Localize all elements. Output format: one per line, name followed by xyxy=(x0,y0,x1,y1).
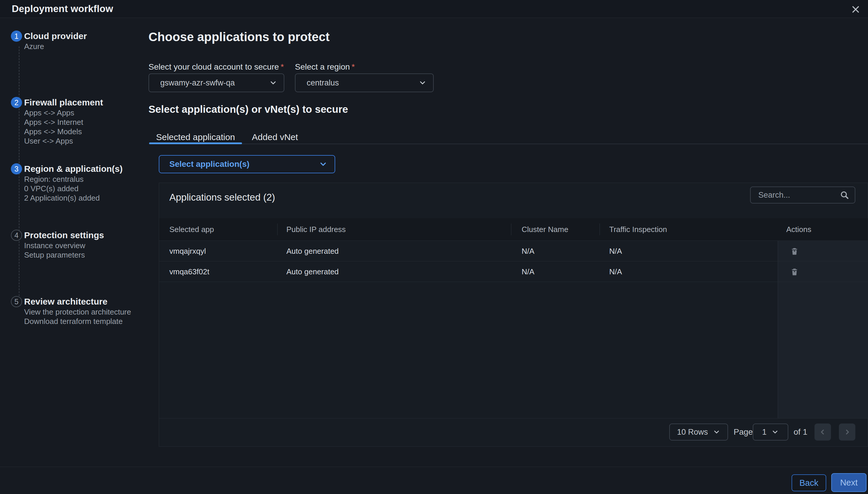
applications-card: Applications selected (2) Selected appPu… xyxy=(159,183,868,447)
cell-cluster-name: N/A xyxy=(522,261,534,282)
step-subtitle: User <-> Apps xyxy=(24,136,148,146)
trash-icon xyxy=(790,247,799,256)
active-tab-indicator xyxy=(149,142,242,144)
dialog-title: Deployment workflow xyxy=(12,3,113,14)
select-applications-dropdown[interactable]: Select application(s) xyxy=(159,155,335,173)
column-header-selected-app: Selected app xyxy=(169,218,214,241)
search-input[interactable] xyxy=(758,190,839,200)
step-title: Firewall placement xyxy=(24,97,148,108)
trash-icon xyxy=(790,267,799,277)
cell-traffic-inspection: N/A xyxy=(609,241,622,261)
workflow-step-5[interactable]: 5Review architectureView the protection … xyxy=(0,296,148,326)
cell-public-ip: Auto generated xyxy=(286,261,339,282)
step-subtitle: Instance overview xyxy=(24,241,148,250)
page-title: Choose applications to protect xyxy=(148,30,330,44)
step-subtitle: Apps <-> Internet xyxy=(24,117,148,127)
step-subtitle: View the protection architecture xyxy=(24,307,148,317)
chevron-down-icon xyxy=(269,79,277,87)
pagination-bar: 10 Rows Page 1 of 1 xyxy=(159,419,868,447)
step-number-badge: 5 xyxy=(11,296,22,307)
step-number-badge: 3 xyxy=(11,163,22,174)
next-button[interactable]: Next xyxy=(831,473,867,492)
step-number-badge: 1 xyxy=(11,31,22,42)
page-number-value: 1 xyxy=(762,428,766,437)
step-subtitle: Region: centralus xyxy=(24,174,148,184)
close-button[interactable] xyxy=(849,3,862,16)
cloud-account-select[interactable]: gswamy-azr-swfw-qa xyxy=(148,73,284,92)
column-header-actions: Actions xyxy=(786,218,811,241)
rows-per-page-value: 10 Rows xyxy=(677,428,708,437)
footer-divider xyxy=(0,467,868,467)
chevron-down-icon xyxy=(418,79,427,87)
tabs-baseline xyxy=(149,144,868,144)
cell-cluster-name: N/A xyxy=(522,241,534,261)
step-number-badge: 2 xyxy=(11,97,22,108)
column-divider xyxy=(599,224,600,235)
previous-page-button[interactable] xyxy=(814,423,831,440)
section-title: Select application(s) or vNet(s) to secu… xyxy=(148,103,348,115)
step-title: Review architecture xyxy=(24,296,148,307)
tab-added-vnet[interactable]: Added vNet xyxy=(251,131,299,144)
chevron-right-icon xyxy=(843,428,851,436)
column-divider xyxy=(511,224,511,235)
step-subtitle: Azure xyxy=(24,42,148,51)
step-subtitle: 0 VPC(s) added xyxy=(24,184,148,193)
delete-row-button[interactable] xyxy=(788,245,801,258)
column-header-cluster-name: Cluster Name xyxy=(522,218,568,241)
workflow-step-4[interactable]: 4Protection settingsInstance overviewSet… xyxy=(0,230,148,260)
page-total-label: of 1 xyxy=(794,423,808,440)
step-subtitle: Download terraform template xyxy=(24,317,148,326)
delete-row-button[interactable] xyxy=(788,266,801,278)
close-icon xyxy=(851,5,860,14)
step-subtitle: 2 Application(s) added xyxy=(24,193,148,203)
step-title: Cloud provider xyxy=(24,31,148,42)
dialog-header: Deployment workflow xyxy=(0,0,868,18)
workflow-step-2[interactable]: 2Firewall placementApps <-> AppsApps <->… xyxy=(0,97,148,146)
step-subtitle: Setup parameters xyxy=(24,250,148,260)
step-subtitle: Apps <-> Models xyxy=(24,127,148,136)
workflow-step-1[interactable]: 1Cloud providerAzure xyxy=(0,31,148,51)
region-select[interactable]: centralus xyxy=(295,73,434,92)
page-number-select[interactable]: 1 xyxy=(753,423,788,440)
applications-selected-title: Applications selected (2) xyxy=(169,192,275,203)
search-box xyxy=(750,187,855,204)
rows-per-page-select[interactable]: 10 Rows xyxy=(669,423,728,440)
row-divider xyxy=(159,282,868,282)
column-header-traffic-inspection: Traffic Inspection xyxy=(609,218,667,241)
table-row: vmqa63f02tAuto generatedN/AN/A xyxy=(159,261,868,282)
step-title: Region & application(s) xyxy=(24,163,148,174)
cell-selected-app: vmqa63f02t xyxy=(169,261,209,282)
back-button[interactable]: Back xyxy=(792,474,826,491)
cell-selected-app: vmqajrxqyl xyxy=(169,241,206,261)
select-applications-label: Select application(s) xyxy=(169,159,319,169)
column-divider xyxy=(277,224,277,235)
table-header-row: Selected appPublic IP addressCluster Nam… xyxy=(159,218,868,241)
workflow-step-3[interactable]: 3Region & application(s)Region: centralu… xyxy=(0,163,148,203)
step-subtitle: Apps <-> Apps xyxy=(24,108,148,117)
cloud-account-value: gswamy-azr-swfw-qa xyxy=(160,78,269,88)
region-value: centralus xyxy=(307,78,418,88)
search-icon[interactable] xyxy=(839,190,849,200)
chevron-down-icon xyxy=(319,160,328,169)
required-asterisk: * xyxy=(352,62,355,71)
next-page-button[interactable] xyxy=(839,423,855,440)
page-label: Page xyxy=(734,423,753,440)
chevron-down-icon xyxy=(771,428,779,436)
chevron-left-icon xyxy=(819,428,827,436)
cell-public-ip: Auto generated xyxy=(286,241,339,261)
table-row: vmqajrxqylAuto generatedN/AN/A xyxy=(159,241,868,261)
column-header-public-ip-address: Public IP address xyxy=(286,218,346,241)
cloud-account-label: Select your cloud account to secure* xyxy=(148,62,284,72)
required-asterisk: * xyxy=(281,62,284,71)
step-title: Protection settings xyxy=(24,230,148,241)
chevron-down-icon xyxy=(713,428,720,436)
tab-selected-application[interactable]: Selected application xyxy=(149,131,242,144)
cell-traffic-inspection: N/A xyxy=(609,261,622,282)
region-label: Select a region* xyxy=(295,62,355,72)
step-number-badge: 4 xyxy=(11,230,22,241)
